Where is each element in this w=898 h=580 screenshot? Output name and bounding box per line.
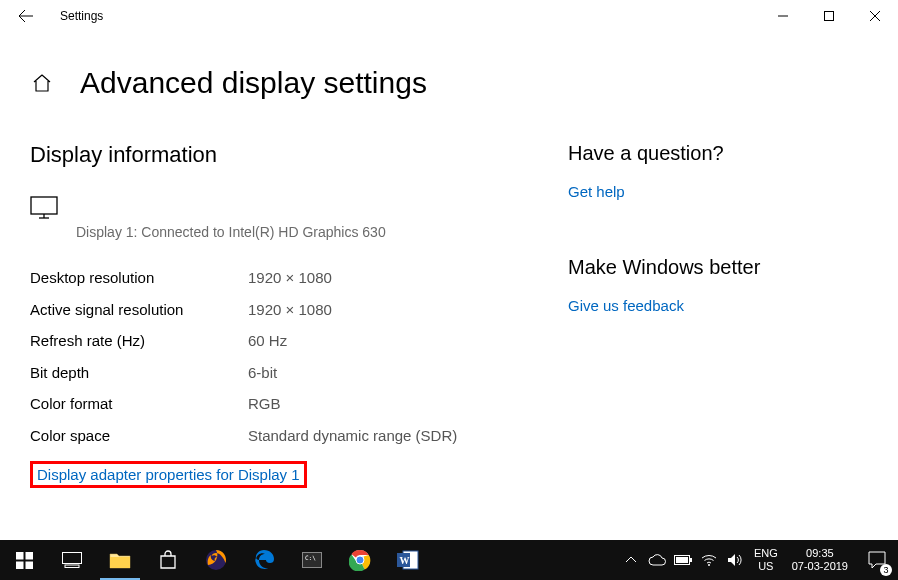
start-button[interactable] <box>0 540 48 580</box>
onedrive-icon[interactable] <box>644 540 670 580</box>
get-help-link[interactable]: Get help <box>568 183 868 200</box>
lang-top: ENG <box>754 547 778 560</box>
display-connected-text: Display 1: Connected to Intel(R) HD Grap… <box>76 224 568 240</box>
info-row: Desktop resolution 1920 × 1080 <box>30 262 568 294</box>
home-icon[interactable] <box>30 71 54 95</box>
svg-rect-10 <box>25 561 33 569</box>
word-button[interactable]: W <box>384 540 432 580</box>
left-column: Display information Display 1: Connected… <box>30 142 568 488</box>
svg-rect-12 <box>65 565 79 568</box>
svg-rect-7 <box>16 552 24 560</box>
info-value: 60 Hz <box>248 325 287 357</box>
content: Display information Display 1: Connected… <box>0 100 898 488</box>
right-heading-better: Make Windows better <box>568 256 868 279</box>
notification-badge: 3 <box>880 564 892 576</box>
info-row: Active signal resolution 1920 × 1080 <box>30 294 568 326</box>
info-value: 6-bit <box>248 357 277 389</box>
system-tray: ENG US 09:35 07-03-2019 3 <box>618 540 898 580</box>
app-title: Settings <box>60 9 103 23</box>
info-value: RGB <box>248 388 281 420</box>
info-label: Bit depth <box>30 357 248 389</box>
file-explorer-button[interactable] <box>96 540 144 580</box>
info-label: Desktop resolution <box>30 262 248 294</box>
info-label: Refresh rate (Hz) <box>30 325 248 357</box>
svg-rect-1 <box>825 12 834 21</box>
svg-rect-25 <box>676 557 688 563</box>
section-heading: Display information <box>30 142 568 168</box>
svg-text:C:\: C:\ <box>305 554 316 561</box>
edge-button[interactable] <box>240 540 288 580</box>
info-value: 1920 × 1080 <box>248 294 332 326</box>
svg-text:W: W <box>400 555 410 566</box>
page-title: Advanced display settings <box>80 66 427 100</box>
back-button[interactable] <box>14 4 38 28</box>
svg-rect-9 <box>16 561 24 569</box>
info-row: Color format RGB <box>30 388 568 420</box>
minimize-button[interactable] <box>760 0 806 32</box>
tray-chevron-icon[interactable] <box>618 540 644 580</box>
volume-icon[interactable] <box>722 540 748 580</box>
info-value: 1920 × 1080 <box>248 262 332 294</box>
maximize-button[interactable] <box>806 0 852 32</box>
svg-rect-8 <box>25 552 33 560</box>
firefox-button[interactable] <box>192 540 240 580</box>
close-button[interactable] <box>852 0 898 32</box>
action-center-button[interactable]: 3 <box>856 540 898 580</box>
right-heading-question: Have a question? <box>568 142 868 165</box>
terminal-button[interactable]: C:\ <box>288 540 336 580</box>
battery-icon[interactable] <box>670 540 696 580</box>
window-controls <box>760 0 898 32</box>
info-row: Color space Standard dynamic range (SDR) <box>30 420 568 452</box>
info-value: Standard dynamic range (SDR) <box>248 420 457 452</box>
svg-rect-24 <box>690 558 692 562</box>
microsoft-store-button[interactable] <box>144 540 192 580</box>
info-row: Bit depth 6-bit <box>30 357 568 389</box>
svg-rect-11 <box>63 553 82 564</box>
lang-bottom: US <box>754 560 778 573</box>
svg-rect-4 <box>31 197 57 214</box>
display-adapter-link[interactable]: Display adapter properties for Display 1 <box>30 461 307 488</box>
monitor-icon <box>30 196 568 220</box>
task-view-button[interactable] <box>48 540 96 580</box>
date-text: 07-03-2019 <box>792 560 848 573</box>
titlebar: Settings <box>0 0 898 32</box>
info-label: Active signal resolution <box>30 294 248 326</box>
info-row: Refresh rate (Hz) 60 Hz <box>30 325 568 357</box>
feedback-link[interactable]: Give us feedback <box>568 297 868 314</box>
clock[interactable]: 09:35 07-03-2019 <box>784 547 856 573</box>
taskbar: C:\ W ENG US 09:35 07-03-2019 <box>0 540 898 580</box>
time-text: 09:35 <box>792 547 848 560</box>
svg-point-26 <box>708 564 710 566</box>
info-label: Color space <box>30 420 248 452</box>
info-label: Color format <box>30 388 248 420</box>
wifi-icon[interactable] <box>696 540 722 580</box>
right-column: Have a question? Get help Make Windows b… <box>568 142 868 488</box>
language-indicator[interactable]: ENG US <box>748 547 784 573</box>
chrome-button[interactable] <box>336 540 384 580</box>
page-header: Advanced display settings <box>0 32 898 100</box>
svg-rect-13 <box>110 557 130 568</box>
